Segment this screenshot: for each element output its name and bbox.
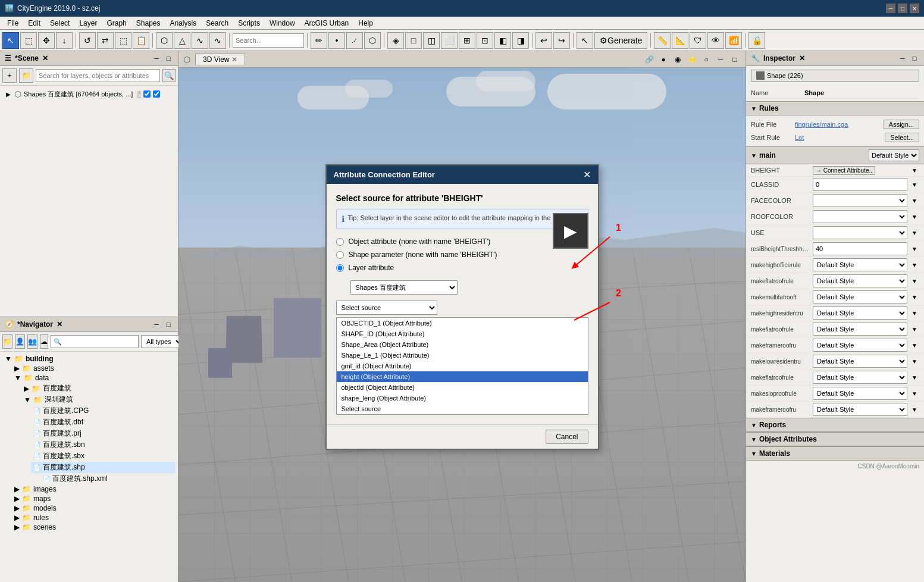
menu-graph[interactable]: Graph bbox=[102, 18, 131, 29]
tree-item-sbn[interactable]: 📄 百度建筑.sbn bbox=[31, 439, 176, 450]
view-maximize-button[interactable]: □ bbox=[729, 54, 741, 65]
rule-dropdown-0[interactable]: ▼ bbox=[910, 260, 919, 270]
reports-section-header[interactable]: ▼ Reports bbox=[746, 418, 924, 432]
dropdown-item-objectid1[interactable]: OBJECTID_1 (Object Attribute) bbox=[337, 318, 588, 328]
dropdown-item-objectid[interactable]: objectid (Object Attribute) bbox=[337, 382, 588, 393]
scene-minimize-button[interactable]: ─ bbox=[152, 54, 161, 63]
menu-search[interactable]: Search bbox=[201, 18, 233, 29]
view-btn5[interactable]: ⊞ bbox=[459, 32, 475, 49]
menu-analysis[interactable]: Analysis bbox=[165, 18, 201, 29]
generate-button[interactable]: ⚙ Generate bbox=[594, 32, 647, 49]
tree-item-dbf[interactable]: 📄 百度建筑.dbf bbox=[31, 417, 176, 428]
close-button[interactable]: ✕ bbox=[910, 4, 919, 13]
nav-group-btn[interactable]: 👥 bbox=[27, 334, 37, 349]
layer-attr-radio[interactable] bbox=[336, 264, 344, 272]
inspector-maximize-button[interactable]: □ bbox=[910, 54, 919, 63]
rule-select-2[interactable]: Default Style bbox=[813, 290, 907, 303]
view-btn1[interactable]: ◈ bbox=[387, 32, 404, 49]
roofcolor-dropdown-button[interactable]: ▼ bbox=[910, 212, 919, 221]
dropdown-item-shapele1[interactable]: Shape_Le_1 (Object Attribute) bbox=[337, 350, 588, 361]
menu-window[interactable]: Window bbox=[265, 18, 300, 29]
view-btn2[interactable]: □ bbox=[405, 32, 422, 49]
dropdown-item-shapeid[interactable]: SHAPE_ID (Object Attribute) bbox=[337, 328, 588, 339]
source-select-dropdown[interactable]: Select source bbox=[336, 301, 437, 315]
main-style-select[interactable]: Default Style bbox=[869, 149, 919, 161]
copy-button[interactable]: ⬚ bbox=[115, 32, 131, 49]
select-tool-button[interactable]: ↖ bbox=[2, 32, 19, 49]
nav-folder-btn[interactable]: 📁 bbox=[2, 334, 12, 349]
scene-search-input[interactable] bbox=[36, 69, 160, 82]
tree-item-maps[interactable]: ▶ 📁 maps bbox=[12, 494, 176, 503]
tool8[interactable]: ∿ bbox=[209, 32, 226, 49]
rule-dropdown-7[interactable]: ▼ bbox=[910, 373, 919, 382]
view-ctrl-2[interactable]: ● bbox=[657, 54, 669, 65]
rule-select-0[interactable]: Default Style bbox=[813, 258, 907, 271]
nav-minimize-button[interactable]: ─ bbox=[152, 320, 161, 329]
classid-dropdown-button[interactable]: ▼ bbox=[910, 180, 919, 189]
tree-item-rules[interactable]: ▶ 📁 rules bbox=[12, 513, 176, 522]
layer-visibility-checkbox[interactable] bbox=[143, 90, 151, 98]
layer-lock-checkbox[interactable] bbox=[153, 90, 160, 98]
rules-section-header[interactable]: ▼ Rules bbox=[746, 101, 924, 115]
view-ctrl-4[interactable]: ⭐ bbox=[686, 54, 698, 65]
resibheight-input[interactable] bbox=[813, 242, 907, 255]
classid-input[interactable] bbox=[813, 178, 907, 191]
facecolor-dropdown-button[interactable]: ▼ bbox=[910, 196, 919, 205]
tree-item-images[interactable]: ▶ 📁 images bbox=[12, 484, 176, 494]
tree-item-cpg[interactable]: 📄 百度建筑.CPG bbox=[31, 405, 176, 417]
line-btn[interactable]: ⟋ bbox=[346, 32, 363, 49]
menu-help[interactable]: Help bbox=[353, 18, 378, 29]
nav-maximize-button[interactable]: □ bbox=[164, 320, 173, 329]
maximize-button[interactable]: □ bbox=[898, 4, 907, 13]
cursor-btn[interactable]: ↖ bbox=[577, 32, 593, 49]
search-input[interactable] bbox=[233, 33, 304, 48]
tree-item-building[interactable]: ▼ 📁 building bbox=[2, 354, 176, 364]
rule-dropdown-1[interactable]: ▼ bbox=[910, 276, 919, 286]
minimize-button[interactable]: ─ bbox=[886, 4, 895, 13]
nav-person-btn[interactable]: 👤 bbox=[15, 334, 25, 349]
menu-shapes[interactable]: Shapes bbox=[131, 18, 165, 29]
nav-cloud-btn[interactable]: ☁ bbox=[40, 334, 48, 349]
main-section-header[interactable]: ▼ main Default Style bbox=[746, 146, 924, 164]
dropdown-item-shapearea[interactable]: Shape_Area (Object Attribute) bbox=[337, 339, 588, 350]
dropdown-item-gmlid[interactable]: gml_id (Object Attribute) bbox=[337, 361, 588, 371]
view-btn4[interactable]: ⬜ bbox=[441, 32, 458, 49]
use-select[interactable] bbox=[813, 226, 907, 239]
folder-btn[interactable]: 📁 bbox=[19, 68, 33, 83]
eye-btn[interactable]: 👁 bbox=[707, 32, 724, 49]
inspector-minimize-button[interactable]: ─ bbox=[898, 54, 907, 63]
rule-select-7[interactable]: Default Style bbox=[813, 371, 907, 384]
transform-button[interactable]: ⬚ bbox=[20, 32, 37, 49]
title-bar-controls[interactable]: ─ □ ✕ bbox=[886, 4, 919, 13]
scene-search-button[interactable]: 🔍 bbox=[162, 69, 176, 82]
rule-dropdown-2[interactable]: ▼ bbox=[910, 292, 919, 302]
rotate-button[interactable]: ↺ bbox=[79, 32, 96, 49]
view-ctrl-5[interactable]: ○ bbox=[700, 54, 712, 65]
menu-arcgis[interactable]: ArcGIS Urban bbox=[300, 18, 354, 29]
rule-select-5[interactable]: Default Style bbox=[813, 339, 907, 352]
ruler-btn[interactable]: 📏 bbox=[654, 32, 671, 49]
rule-dropdown-3[interactable]: ▼ bbox=[910, 308, 919, 318]
signal-btn[interactable]: 📶 bbox=[725, 32, 742, 49]
layer-select-dropdown[interactable]: Shapes 百度建筑 bbox=[350, 280, 458, 295]
start-rule-value[interactable]: Lot bbox=[795, 134, 882, 141]
tree-item-sbx[interactable]: 📄 百度建筑.sbx bbox=[31, 450, 176, 462]
measure-btn[interactable]: 📐 bbox=[672, 32, 688, 49]
tool5[interactable]: ⬡ bbox=[156, 32, 173, 49]
tree-item-models[interactable]: ▶ 📁 models bbox=[12, 503, 176, 513]
rule-dropdown-4[interactable]: ▼ bbox=[910, 324, 919, 334]
assign-button[interactable]: Assign... bbox=[884, 120, 919, 129]
add-layer-button[interactable]: + bbox=[2, 68, 17, 83]
layer-item-shapes[interactable]: ▶ ⬡ Shapes 百度建筑 [670464 objects, ...] ░ bbox=[2, 88, 176, 100]
down-button[interactable]: ↓ bbox=[56, 32, 73, 49]
tree-item-data[interactable]: ▼ 📁 data bbox=[12, 373, 176, 383]
roofcolor-select[interactable] bbox=[813, 210, 907, 223]
resibheight-dropdown-button[interactable]: ▼ bbox=[910, 244, 919, 254]
redo-button[interactable]: ↪ bbox=[553, 32, 570, 49]
tree-item-shpxml[interactable]: 📄 百度建筑.shp.xml bbox=[40, 473, 176, 484]
dropdown-item-height[interactable]: height (Object Attribute) bbox=[337, 371, 588, 382]
scene-maximize-button[interactable]: □ bbox=[164, 54, 173, 63]
rule-select-8[interactable]: Default Style bbox=[813, 387, 907, 400]
tree-item-shenzhen[interactable]: ▼ 📁 深圳建筑 bbox=[21, 394, 176, 405]
shape-param-radio[interactable] bbox=[336, 251, 344, 259]
